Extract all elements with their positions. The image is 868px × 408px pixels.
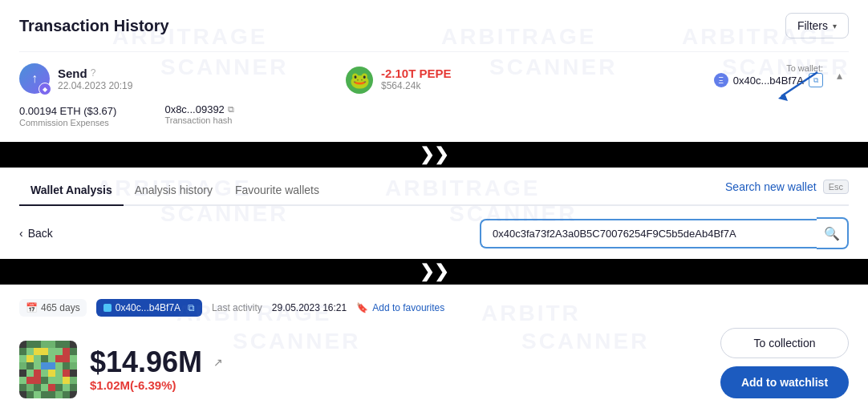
copy-wallet-name-icon[interactable]: ⧉ — [188, 302, 195, 313]
tx-amount-block: -2.10T PEPE $564.24k — [381, 67, 452, 91]
tab-favourite-wallets[interactable]: Favourite wallets — [224, 176, 331, 206]
annotation-arrow — [773, 71, 821, 106]
svg-rect-43 — [26, 377, 34, 384]
wallet-name-badge: 0x40c...b4Bf7A ⧉ — [96, 299, 202, 317]
svg-rect-11 — [26, 348, 34, 355]
svg-rect-4 — [34, 341, 41, 348]
back-label: Back — [28, 227, 53, 240]
svg-rect-50 — [19, 384, 26, 391]
svg-rect-55 — [55, 384, 63, 391]
svg-rect-45 — [41, 377, 48, 384]
search-new-wallet-btn[interactable]: Search new wallet — [725, 180, 817, 193]
svg-rect-56 — [63, 384, 70, 391]
wallet-dot-icon — [103, 304, 112, 312]
tx-type-label: Send — [58, 67, 87, 80]
svg-rect-34 — [19, 370, 26, 377]
svg-rect-63 — [55, 391, 63, 398]
search-submit-button[interactable]: 🔍 — [817, 217, 849, 249]
copy-hash-icon[interactable]: ⧉ — [228, 104, 234, 115]
tabs-section: ARBITRAGE SCANNER ARBITRAGE SCANNER Wall… — [0, 168, 868, 259]
svg-rect-13 — [41, 348, 48, 355]
add-to-favourites-btn[interactable]: 🔖 Add to favourites — [356, 302, 444, 313]
svg-rect-2 — [19, 341, 26, 348]
svg-rect-61 — [41, 391, 48, 398]
svg-rect-21 — [41, 355, 48, 362]
wallet-name-text: 0x40c...b4Bf7A — [116, 302, 180, 313]
svg-rect-25 — [70, 355, 77, 362]
wallet-info-header: 📅 465 days 0x40c...b4Bf7A ⧉ Last activit… — [19, 299, 849, 317]
svg-rect-12 — [34, 348, 41, 355]
svg-rect-22 — [48, 355, 55, 362]
tab-wallet-analysis[interactable]: Wallet Analysis — [19, 176, 124, 206]
svg-rect-10 — [19, 348, 26, 355]
last-activity-date: 29.05.2023 16:21 — [272, 302, 347, 313]
bookmark-icon: 🔖 — [356, 302, 368, 313]
svg-rect-37 — [41, 370, 48, 377]
svg-rect-44 — [34, 377, 41, 384]
svg-rect-18 — [19, 355, 26, 362]
tx-type-row: ↑ ◆ Send ? 22.04.2023 20:19 — [19, 63, 346, 94]
svg-rect-54 — [48, 384, 55, 391]
tabs-content: ‹ Back 🔍 — [19, 206, 849, 259]
svg-line-0 — [781, 72, 817, 96]
svg-rect-14 — [48, 348, 55, 355]
share-icon[interactable]: ↗ — [213, 356, 223, 369]
back-button[interactable]: ‹ Back — [19, 227, 53, 240]
page-title: Transaction History — [19, 17, 169, 35]
svg-rect-16 — [63, 348, 70, 355]
svg-rect-38 — [48, 370, 55, 377]
svg-rect-59 — [26, 391, 34, 398]
wallet-search-input[interactable] — [480, 219, 817, 248]
tx-help: ? — [91, 67, 96, 79]
down-arrows-2: ❯❯ — [420, 261, 448, 282]
svg-rect-60 — [34, 391, 41, 398]
tab-analysis-history[interactable]: Analysis history — [124, 176, 224, 206]
svg-rect-28 — [34, 362, 41, 370]
tabs-row: Wallet Analysis Analysis history Favouri… — [19, 176, 849, 206]
filters-button[interactable]: Filters ▾ — [785, 13, 849, 38]
svg-rect-46 — [48, 377, 55, 384]
svg-rect-9 — [70, 341, 77, 348]
add-to-watchlist-button[interactable]: Add to watchlist — [720, 366, 849, 398]
wallet-value-block: $14.96M ↗ $1.02M(-6.39%) — [90, 348, 223, 392]
svg-rect-49 — [70, 377, 77, 384]
tx-commission-value: 0.00194 ETH ($3.67) — [19, 105, 116, 117]
wallet-section: ARBITRAGE SCANNER ARBITR SCANNER 📅 465 d… — [0, 285, 868, 408]
svg-rect-27 — [26, 362, 34, 370]
divider-2: ❯❯ — [0, 259, 868, 285]
svg-rect-19 — [26, 355, 34, 362]
svg-rect-57 — [70, 384, 77, 391]
svg-rect-64 — [63, 391, 70, 398]
svg-rect-29 — [41, 362, 48, 370]
tx-asset-col: 🐸 -2.10T PEPE $564.24k — [346, 63, 672, 94]
svg-rect-15 — [55, 348, 63, 355]
tx-amount-usd: $564.24k — [381, 80, 452, 91]
collapse-button[interactable]: ▴ — [829, 66, 849, 85]
tx-detail-row: 0.00194 ETH ($3.67) Commission Expenses … — [19, 103, 346, 129]
tx-send-col: ↑ ◆ Send ? 22.04.2023 20:19 0.00194 ETH … — [19, 63, 346, 129]
transaction-row: ↑ ◆ Send ? 22.04.2023 20:19 0.00194 ETH … — [19, 51, 849, 129]
to-collection-button[interactable]: To collection — [720, 328, 849, 358]
svg-rect-39 — [55, 370, 63, 377]
svg-rect-62 — [48, 391, 55, 398]
wallet-avatar — [19, 341, 77, 398]
wallet-change: $1.02M(-6.39%) — [90, 378, 223, 392]
tx-icon: ↑ ◆ — [19, 63, 50, 94]
svg-rect-33 — [70, 362, 77, 370]
tx-badge: ◆ — [39, 83, 51, 95]
back-arrow-icon: ‹ — [19, 227, 23, 240]
chevron-down-icon: ▾ — [833, 22, 837, 30]
tx-hash-value: 0x8c...09392 — [164, 103, 224, 115]
svg-rect-32 — [63, 362, 70, 370]
svg-rect-6 — [48, 341, 55, 348]
tab-right: Search new wallet Esc — [725, 180, 849, 200]
svg-rect-20 — [34, 355, 41, 362]
tx-amount: -2.10T PEPE — [381, 67, 452, 80]
svg-rect-52 — [34, 384, 41, 391]
svg-rect-47 — [55, 377, 63, 384]
svg-rect-31 — [55, 362, 63, 370]
divider-1: ❯❯ — [0, 142, 868, 168]
days-label: 465 days — [41, 302, 80, 313]
svg-rect-48 — [63, 377, 70, 384]
svg-rect-8 — [63, 341, 70, 348]
